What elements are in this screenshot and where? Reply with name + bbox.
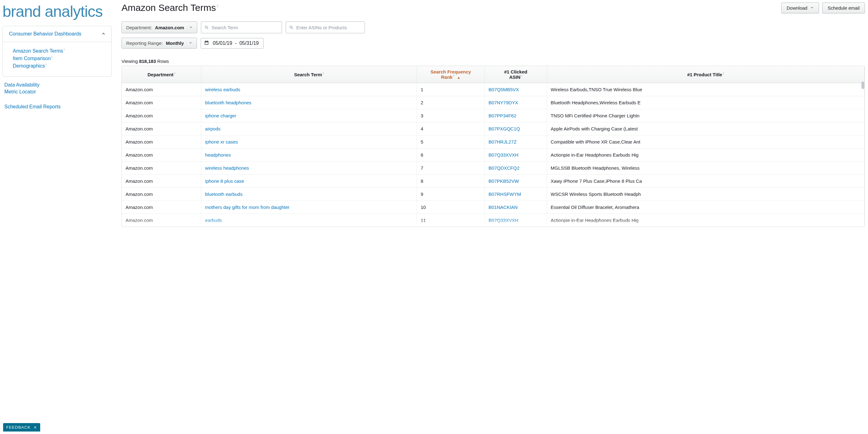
asin-link[interactable]: B07Q5MB5VX	[489, 87, 519, 92]
filter-row-1: Department: Amazon.com	[122, 22, 865, 33]
table-row: Amazon.commothers day gifts for mom from…	[122, 201, 865, 214]
sidebar-item-item-comparison[interactable]: Item Comparison	[13, 56, 105, 61]
table-row: Amazon.combluetooth headphones2B07NY79DY…	[122, 96, 865, 109]
cell-asin: B07PKB52VW	[485, 175, 547, 188]
search-term-link[interactable]: iphone charger	[205, 113, 236, 118]
cell-rank: 9	[417, 188, 485, 201]
search-term-link[interactable]: airpods	[205, 126, 220, 131]
cell-title: Compatible with iPhone XR Case,Clear Ant	[547, 135, 864, 148]
asin-input[interactable]	[296, 25, 362, 30]
asin-link[interactable]: B07Q33XVXH	[489, 218, 519, 223]
date-to: 05/31/19	[239, 40, 258, 46]
header-actions: Download Schedule email	[781, 2, 865, 13]
search-term-link[interactable]: headphones	[205, 152, 231, 158]
sidebar-link-metric-locator[interactable]: Metric Locator	[4, 89, 112, 95]
cell-rank: 7	[417, 162, 485, 175]
cell-asin: B07PXGQC1Q	[485, 122, 547, 135]
search-term-link[interactable]: mothers day gifts for mom from daughter	[205, 205, 289, 210]
asin-link[interactable]: B07RHSFWYM	[489, 192, 521, 197]
date-from: 05/01/19	[213, 40, 232, 46]
nav-items: Amazon Search TermsItem ComparisonDemogr…	[3, 42, 111, 76]
cell-term: headphones	[201, 148, 417, 162]
search-term-link[interactable]: earbuds	[205, 218, 222, 223]
close-icon[interactable]: ✕	[34, 425, 37, 430]
vertical-scrollbar[interactable]	[862, 81, 864, 226]
cell-term: earbuds	[201, 214, 417, 227]
chevron-down-icon	[810, 6, 814, 10]
search-term-link[interactable]: iphone 8 plus case	[205, 178, 244, 184]
download-button[interactable]: Download	[781, 2, 819, 13]
col-header-rank[interactable]: Search FrequencyRank? ▲	[417, 66, 485, 83]
cell-dept: Amazon.com	[122, 188, 201, 201]
nav-section-toggle[interactable]: Consumer Behavior Dashboards	[3, 26, 111, 42]
cell-asin: B07PP34F62	[485, 109, 547, 122]
search-term-link[interactable]: bluetooth earbuds	[205, 192, 242, 197]
asin-link[interactable]: B01NACKIAN	[489, 205, 518, 210]
cell-term: wireless headphones	[201, 162, 417, 175]
asin-link[interactable]: B07PKB52VW	[489, 178, 519, 184]
date-range-text: 05/01/19 - 05/31/19	[213, 40, 259, 46]
cell-term: iphone 8 plus case	[201, 175, 417, 188]
table-row: Amazon.comwireless earbuds1B07Q5MB5VXWir…	[122, 83, 865, 96]
cell-dept: Amazon.com	[122, 109, 201, 122]
table-row: Amazon.comiphone charger3B07PP34F62TNSO …	[122, 109, 865, 122]
feedback-label: FEEDBACK	[6, 425, 31, 430]
col-header-asin[interactable]: #1 ClickedASIN?	[485, 66, 547, 83]
cell-rank: 10	[417, 201, 485, 214]
search-term-link[interactable]: wireless earbuds	[205, 87, 240, 92]
table-header-row: Department?Search Term?Search FrequencyR…	[122, 66, 865, 83]
sidebar-link-data-availability[interactable]: Data Availability	[4, 82, 112, 88]
asin-link[interactable]: B07NY79DYX	[489, 100, 518, 105]
feedback-button[interactable]: FEEDBACK ✕	[3, 423, 40, 432]
schedule-email-button[interactable]: Schedule email	[822, 2, 865, 13]
cell-asin: B07NY79DYX	[485, 96, 547, 109]
cell-title: Bluetooth Headphones,Wireless Earbuds E	[547, 96, 864, 109]
search-term-box[interactable]	[201, 22, 282, 33]
asin-link[interactable]: B07QDXCFQ2	[489, 165, 519, 171]
cell-title: Xawy iPhone 7 Plus Case,iPhone 8 Plus Ca	[547, 175, 864, 188]
cell-dept: Amazon.com	[122, 162, 201, 175]
cell-asin: B07RHSFWYM	[485, 188, 547, 201]
cell-title: Essential Oil Diffuser Bracelet, Aromath…	[547, 201, 864, 214]
asin-link[interactable]: B07HRJL27Z	[489, 139, 517, 144]
scrollbar-thumb[interactable]	[862, 81, 864, 89]
col-header-dept[interactable]: Department?	[122, 66, 201, 83]
cell-asin: B07QDXCFQ2	[485, 162, 547, 175]
search-icon	[289, 25, 294, 30]
asin-link[interactable]: B07PXGQC1Q	[489, 126, 520, 131]
cell-title: WSCSR Wireless Sports Bluetooth Headph	[547, 188, 864, 201]
asin-search-box[interactable]	[286, 22, 365, 33]
cell-dept: Amazon.com	[122, 214, 201, 227]
search-term-link[interactable]: wireless headphones	[205, 165, 249, 171]
sidebar-links: Data AvailabilityMetric LocatorScheduled…	[2, 82, 112, 109]
sidebar-item-demographics[interactable]: Demographics	[13, 63, 105, 69]
cell-title: TNSO MFi Certified iPhone Charger Lightn	[547, 109, 864, 122]
col-header-term[interactable]: Search Term?	[201, 66, 417, 83]
cell-title: Apple AirPods with Charging Case (Latest	[547, 122, 864, 135]
search-term-link[interactable]: bluetooth headphones	[205, 100, 251, 105]
department-dropdown[interactable]: Department: Amazon.com	[122, 22, 197, 33]
table-scroll[interactable]: Department?Search Term?Search FrequencyR…	[122, 66, 865, 227]
table-row: Amazon.comiphone 8 plus case8B07PKB52VWX…	[122, 175, 865, 188]
cell-term: iphone charger	[201, 109, 417, 122]
table-row: Amazon.comiphone xr cases5B07HRJL27ZComp…	[122, 135, 865, 148]
range-value: Monthly	[166, 40, 184, 46]
cell-rank: 2	[417, 96, 485, 109]
brand-logo: brand analytics	[2, 3, 112, 26]
sidebar: brand analytics Consumer Behavior Dashbo…	[0, 0, 114, 434]
help-icon[interactable]: ?	[217, 4, 218, 8]
sidebar-link-scheduled-email-reports[interactable]: Scheduled Email Reports	[4, 104, 112, 109]
sidebar-item-amazon-search-terms[interactable]: Amazon Search Terms	[13, 48, 105, 54]
reporting-range-dropdown[interactable]: Reporting Range: Monthly	[122, 38, 197, 48]
col-header-title[interactable]: #1 Product Title?	[547, 66, 864, 83]
search-term-link[interactable]: iphone xr cases	[205, 139, 238, 144]
cell-dept: Amazon.com	[122, 83, 201, 96]
cell-term: wireless earbuds	[201, 83, 417, 96]
cell-rank: 11	[417, 214, 485, 227]
date-range-picker[interactable]: 05/01/19 - 05/31/19	[200, 38, 264, 48]
asin-link[interactable]: B07PP34F62	[489, 113, 516, 118]
asin-link[interactable]: B07Q33XVXH	[489, 152, 519, 158]
search-term-input[interactable]	[212, 25, 279, 30]
cell-rank: 5	[417, 135, 485, 148]
calendar-icon	[204, 40, 209, 46]
